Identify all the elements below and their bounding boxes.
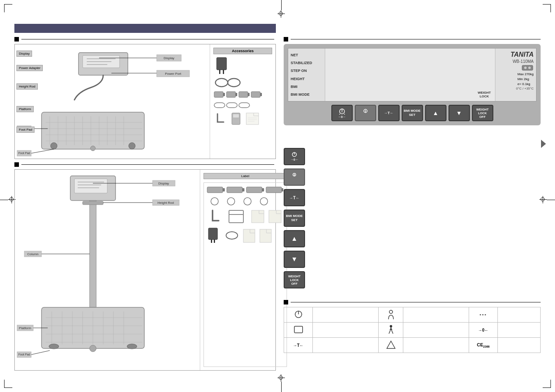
svg-rect-37 <box>223 70 224 74</box>
svg-point-39 <box>228 78 240 87</box>
top-scale-area: Display Power Port Platform Foot Pad Dis… <box>15 44 210 159</box>
label-platform: Platform <box>16 106 34 112</box>
svg-rect-116 <box>260 229 271 242</box>
svg-rect-40 <box>214 92 223 97</box>
button-icons-section: →0← →T← BMI MODESET ▲ ▼ <box>284 148 317 292</box>
svg-rect-99 <box>246 187 262 193</box>
svg-point-20 <box>51 143 57 149</box>
bot-acc-row1 <box>206 185 284 194</box>
bottom-acc-box <box>204 182 287 367</box>
ind-height: HEIGHT <box>291 77 322 81</box>
svg-rect-41 <box>223 93 225 96</box>
btn-weight-lock[interactable]: WEIGHTLOCKOFF <box>472 105 493 121</box>
svg-rect-47 <box>260 93 262 96</box>
right-top-section: NET STABILIZED STEP ON HEIGHT BMI BMI MO… <box>284 37 541 125</box>
btn-icon-down: ▼ <box>284 251 317 268</box>
panel-display-screen: WEIGHTLOCK <box>325 48 495 101</box>
ind-bmi-mode: BMI MODE <box>291 92 322 97</box>
btn-icon-person <box>284 168 317 186</box>
brand-model: WB-110MA <box>513 59 534 64</box>
btn-bmi-label: BMI MODESET <box>404 109 421 117</box>
sym-cell-3-3: CE2366 <box>469 338 498 353</box>
top-scale-svg: Display Power Port Platform Foot Pad <box>17 46 206 157</box>
btn-down-label: ▼ <box>456 110 462 116</box>
svg-rect-110 <box>269 210 281 223</box>
svg-rect-117 <box>522 65 533 70</box>
svg-text:Platform: Platform <box>19 326 31 330</box>
right-top-header <box>284 37 541 42</box>
weight-lock-display-label: WEIGHTLOCK <box>478 91 491 99</box>
acc-batteries-2 <box>213 101 272 109</box>
sym-cell-2-1 <box>284 323 313 338</box>
acc-papers <box>213 112 272 126</box>
btn-icon-person-svg <box>291 173 298 181</box>
btn-bmi[interactable]: BMI MODESET <box>402 105 423 121</box>
svg-text:Height Rod: Height Rod <box>157 201 174 205</box>
label-height-rod: Height Rod <box>16 83 38 90</box>
btn-zero-label: →0← <box>338 115 346 119</box>
top-diagram-box: Display Power Port Platform Foot Pad Dis… <box>14 44 276 159</box>
btn-icon-weight-lock: WEIGHTLOCKOFF <box>284 271 317 288</box>
symbol-row-1: --- <box>284 307 541 323</box>
control-panel: NET STABILIZED STEP ON HEIGHT BMI BMI MO… <box>284 44 541 125</box>
svg-text:Foot Pad: Foot Pad <box>18 353 30 356</box>
btn-icon-tare: →T← <box>284 189 317 206</box>
sym-cell-1-3: --- <box>469 307 498 323</box>
top-diagram-header <box>14 37 276 42</box>
btn-down[interactable]: ▼ <box>449 105 470 121</box>
section-line-r1 <box>291 39 541 39</box>
svg-line-32 <box>31 149 54 153</box>
section-square-r1 <box>284 37 288 42</box>
svg-rect-43 <box>236 93 237 96</box>
sym-desc-2-3 <box>498 323 541 338</box>
corner-mark-tr <box>543 4 551 12</box>
svg-point-105 <box>244 198 251 205</box>
svg-rect-62 <box>90 201 96 307</box>
sym-desc-3-3 <box>498 338 541 353</box>
btn-up[interactable]: ▲ <box>425 105 446 121</box>
btn-icon-zero-svg <box>291 152 298 158</box>
sym-cell-2-2 <box>379 323 403 338</box>
crosshair-right <box>539 196 555 203</box>
svg-point-78 <box>127 344 137 349</box>
crosshair-bottom <box>278 374 285 392</box>
acc-cable <box>213 78 272 88</box>
header-bar <box>14 24 276 33</box>
section-line-2 <box>21 164 274 165</box>
acc-adapter <box>213 57 272 75</box>
power-zero-icon: 0 <box>338 108 346 115</box>
svg-point-79 <box>90 345 96 352</box>
top-accessories-area: Accessories <box>210 44 275 159</box>
svg-text:Foot Pad: Foot Pad <box>18 152 30 154</box>
svg-text:Display: Display <box>164 56 174 60</box>
accessories-title: Accessories <box>213 48 272 54</box>
model-icon <box>521 65 534 71</box>
bottom-accessories-area: Label <box>200 170 290 370</box>
svg-rect-111 <box>208 228 217 240</box>
ind-bmi: BMI <box>291 85 322 89</box>
corner-mark-bl <box>4 380 12 388</box>
svg-text:0: 0 <box>341 111 343 113</box>
symbol-table: --- → <box>284 307 541 353</box>
sym-display-svg <box>294 326 303 333</box>
sym-desc-3-1 <box>313 338 379 353</box>
bottom-scale-svg: Display Height Rod Column Platform Foot … <box>17 172 198 369</box>
btn-person[interactable] <box>355 105 376 121</box>
svg-rect-98 <box>243 188 245 191</box>
svg-rect-102 <box>282 188 283 191</box>
bottom-left-section: Display Height Rod Column Platform Foot … <box>14 162 276 371</box>
svg-rect-134 <box>294 326 303 333</box>
svg-rect-45 <box>248 93 250 96</box>
svg-rect-53 <box>246 113 259 125</box>
svg-point-104 <box>227 198 235 205</box>
btn-tare[interactable]: →T← <box>378 105 400 121</box>
btn-weight-lock-label: WEIGHTLOCKOFF <box>476 108 489 119</box>
symbol-table-section: --- → <box>284 300 541 353</box>
bot-acc-row4 <box>206 227 284 244</box>
crosshair-left <box>0 196 16 203</box>
spec-max: Max 270kg Min 2kg e= 0.1kg <box>518 71 534 86</box>
corner-mark-tl <box>4 4 12 12</box>
ind-net: NET <box>291 53 322 57</box>
btn-zero[interactable]: 0 →0← <box>331 105 353 121</box>
section-square-2 <box>14 162 19 167</box>
